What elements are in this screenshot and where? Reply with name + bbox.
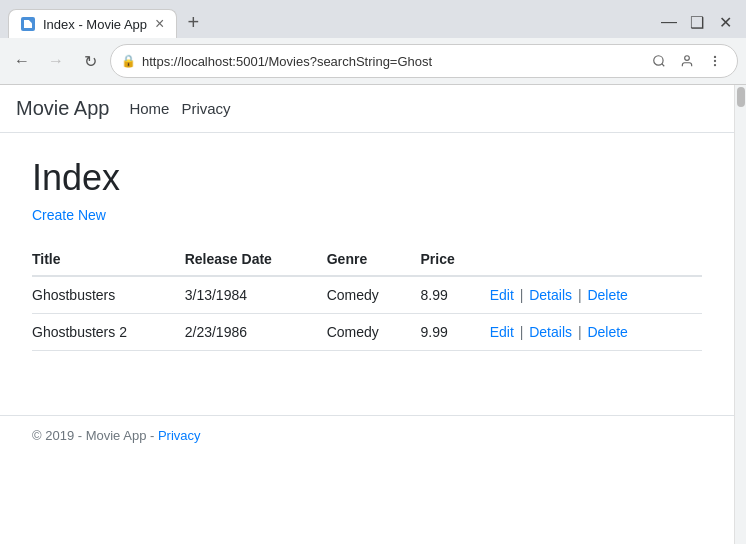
page-title: Index bbox=[32, 157, 702, 199]
tab-bar: Index - Movie App × + bbox=[8, 6, 648, 38]
lock-icon: 🔒 bbox=[121, 54, 136, 68]
svg-point-2 bbox=[685, 56, 690, 61]
delete-link[interactable]: Delete bbox=[587, 287, 627, 303]
cell-price: 8.99 bbox=[421, 276, 490, 314]
minimize-button[interactable]: — bbox=[656, 11, 682, 33]
edit-link[interactable]: Edit bbox=[490, 324, 514, 340]
active-tab[interactable]: Index - Movie App × bbox=[8, 9, 177, 38]
url-text: https://localhost:5001/Movies?searchStri… bbox=[142, 54, 641, 69]
edit-link[interactable]: Edit bbox=[490, 287, 514, 303]
url-actions bbox=[647, 49, 727, 73]
cell-release-date: 3/13/1984 bbox=[185, 276, 327, 314]
refresh-button[interactable]: ↻ bbox=[76, 47, 104, 75]
col-title: Title bbox=[32, 243, 185, 276]
forward-button[interactable]: → bbox=[42, 47, 70, 75]
search-icon[interactable] bbox=[647, 49, 671, 73]
browser-titlebar: Index - Movie App × + — ❑ ✕ bbox=[0, 0, 746, 38]
svg-point-5 bbox=[714, 65, 715, 66]
svg-point-3 bbox=[714, 56, 715, 57]
address-bar: ← → ↻ 🔒 https://localhost:5001/Movies?se… bbox=[0, 38, 746, 84]
tab-close-button[interactable]: × bbox=[155, 16, 164, 32]
col-price: Price bbox=[421, 243, 490, 276]
scrollbar-thumb[interactable] bbox=[737, 87, 745, 107]
url-bar[interactable]: 🔒 https://localhost:5001/Movies?searchSt… bbox=[110, 44, 738, 78]
footer: © 2019 - Movie App - Privacy bbox=[0, 415, 734, 455]
col-genre: Genre bbox=[327, 243, 421, 276]
footer-copyright: © 2019 - Movie App - bbox=[32, 428, 154, 443]
details-link[interactable]: Details bbox=[529, 324, 572, 340]
svg-point-0 bbox=[654, 56, 663, 65]
browser-body-wrapper: Movie App Home Privacy Index Create New … bbox=[0, 85, 746, 544]
separator: | bbox=[516, 287, 527, 303]
browser-body: Movie App Home Privacy Index Create New … bbox=[0, 85, 734, 544]
cell-title: Ghostbusters 2 bbox=[32, 314, 185, 351]
back-button[interactable]: ← bbox=[8, 47, 36, 75]
cell-release-date: 2/23/1986 bbox=[185, 314, 327, 351]
new-tab-button[interactable]: + bbox=[177, 6, 209, 38]
delete-link[interactable]: Delete bbox=[587, 324, 627, 340]
window-controls: — ❑ ✕ bbox=[656, 11, 738, 33]
scrollbar-track[interactable] bbox=[734, 85, 746, 544]
separator: | bbox=[516, 324, 527, 340]
svg-line-1 bbox=[662, 64, 665, 67]
cell-actions: Edit | Details | Delete bbox=[490, 276, 702, 314]
menu-icon[interactable] bbox=[703, 49, 727, 73]
separator: | bbox=[574, 287, 585, 303]
cell-actions: Edit | Details | Delete bbox=[490, 314, 702, 351]
col-actions bbox=[490, 243, 702, 276]
cell-genre: Comedy bbox=[327, 314, 421, 351]
tab-title: Index - Movie App bbox=[43, 17, 147, 32]
create-new-link[interactable]: Create New bbox=[32, 207, 106, 223]
cell-genre: Comedy bbox=[327, 276, 421, 314]
table-row: Ghostbusters 3/13/1984 Comedy 8.99 Edit … bbox=[32, 276, 702, 314]
cell-title: Ghostbusters bbox=[32, 276, 185, 314]
footer-privacy-link[interactable]: Privacy bbox=[158, 428, 201, 443]
nav-home[interactable]: Home bbox=[129, 100, 169, 117]
movies-table: Title Release Date Genre Price Ghostbust… bbox=[32, 243, 702, 351]
table-row: Ghostbusters 2 2/23/1986 Comedy 9.99 Edi… bbox=[32, 314, 702, 351]
user-icon[interactable] bbox=[675, 49, 699, 73]
details-link[interactable]: Details bbox=[529, 287, 572, 303]
browser-chrome: Index - Movie App × + — ❑ ✕ ← → ↻ 🔒 http… bbox=[0, 0, 746, 85]
svg-point-4 bbox=[714, 60, 715, 61]
movies-tbody: Ghostbusters 3/13/1984 Comedy 8.99 Edit … bbox=[32, 276, 702, 351]
table-header: Title Release Date Genre Price bbox=[32, 243, 702, 276]
app-nav: Movie App Home Privacy bbox=[0, 85, 734, 133]
col-release-date: Release Date bbox=[185, 243, 327, 276]
tab-favicon bbox=[21, 17, 35, 31]
separator: | bbox=[574, 324, 585, 340]
app-brand[interactable]: Movie App bbox=[16, 97, 109, 120]
nav-privacy[interactable]: Privacy bbox=[181, 100, 230, 117]
table-header-row: Title Release Date Genre Price bbox=[32, 243, 702, 276]
restore-button[interactable]: ❑ bbox=[684, 11, 710, 33]
close-button[interactable]: ✕ bbox=[712, 11, 738, 33]
main-content: Index Create New Title Release Date Genr… bbox=[0, 133, 734, 375]
cell-price: 9.99 bbox=[421, 314, 490, 351]
